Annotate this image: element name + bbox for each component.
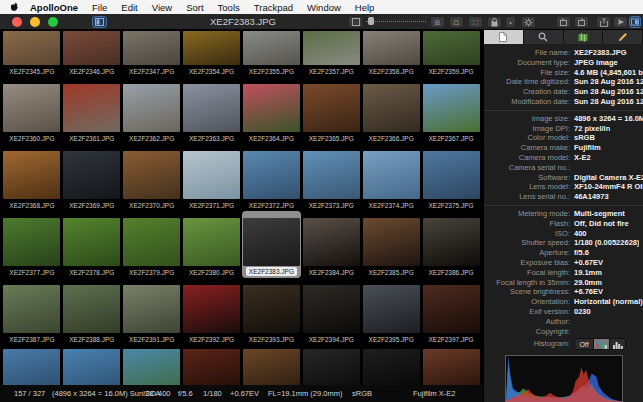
thumbnail-image[interactable] xyxy=(423,31,480,65)
zoom-fit-button[interactable]: ⊞ xyxy=(430,16,445,28)
thumbnail-image[interactable] xyxy=(183,349,240,385)
thumbnail-cell[interactable] xyxy=(122,345,182,385)
tab-magnify[interactable] xyxy=(524,30,564,44)
thumbnail-cell[interactable]: XE2F2362.JPG xyxy=(122,77,182,144)
thumbnail-cell[interactable]: XE2F2365.JPG xyxy=(301,77,361,144)
thumbnail-cell-selected[interactable]: XE2F2383.JPG xyxy=(242,211,302,278)
close-window-button[interactable] xyxy=(12,17,22,27)
thumbnail-image[interactable] xyxy=(123,218,180,266)
thumbnail-image[interactable] xyxy=(243,31,300,65)
zoom-actual-button[interactable]: ⊡ xyxy=(449,16,464,28)
thumbnail-image[interactable] xyxy=(3,285,60,333)
tab-file-info[interactable] xyxy=(484,30,524,44)
thumbnail-image[interactable] xyxy=(3,84,60,132)
thumbnail-image[interactable] xyxy=(243,349,300,385)
thumbnail-image[interactable] xyxy=(123,285,180,333)
thumbnail-image[interactable] xyxy=(243,151,300,199)
thumbnail-cell[interactable] xyxy=(361,345,421,385)
fullscreen-button[interactable]: ⛶ xyxy=(468,16,483,28)
thumbnail-image[interactable] xyxy=(423,151,480,199)
thumbnail-cell[interactable]: XE2F2359.JPG xyxy=(421,30,481,77)
thumbnail-image[interactable] xyxy=(363,218,420,266)
thumbnail-image[interactable] xyxy=(3,151,60,199)
thumbnail-image[interactable] xyxy=(3,31,60,65)
thumbnail-image[interactable] xyxy=(63,84,120,132)
thumbnail-image[interactable] xyxy=(303,31,360,65)
thumbnail-size-button[interactable] xyxy=(348,16,363,28)
slideshow-button[interactable] xyxy=(613,16,628,28)
thumbnail-cell[interactable]: XE2F2355.JPG xyxy=(242,30,302,77)
thumbnail-image[interactable] xyxy=(123,31,180,65)
zoom-window-button[interactable] xyxy=(48,17,58,27)
thumbnail-cell[interactable]: XE2F2370.JPG xyxy=(122,144,182,211)
menu-item-window[interactable]: Window xyxy=(300,2,348,13)
thumbnail-cell[interactable]: XE2F2386.JPG xyxy=(421,211,481,278)
thumbnail-cell[interactable]: XE2F2364.JPG xyxy=(242,77,302,144)
menu-item-help[interactable]: Help xyxy=(348,2,382,13)
thumbnail-image[interactable] xyxy=(363,84,420,132)
thumbnail-image[interactable] xyxy=(363,31,420,65)
thumbnail-cell[interactable]: XE2F2361.JPG xyxy=(62,77,122,144)
zoom-slider-knob[interactable] xyxy=(368,17,374,25)
thumbnail-image[interactable] xyxy=(183,84,240,132)
thumbnail-cell[interactable]: XE2F2345.JPG xyxy=(2,30,62,77)
thumbnail-image[interactable] xyxy=(123,151,180,199)
histogram-luminance-segment[interactable] xyxy=(610,338,626,350)
zoom-slider[interactable] xyxy=(366,21,426,24)
thumbnail-cell[interactable]: XE2F2358.JPG xyxy=(361,30,421,77)
thumbnail-cell[interactable]: XE2F2354.JPG xyxy=(182,30,242,77)
thumbnail-image[interactable] xyxy=(63,151,120,199)
menu-item-tools[interactable]: Tools xyxy=(211,2,247,13)
thumbnail-cell[interactable]: XE2F2395.JPG xyxy=(361,278,421,345)
thumbnail-cell[interactable]: XE2F2384.JPG xyxy=(301,211,361,278)
thumbnail-cell[interactable] xyxy=(242,345,302,385)
thumbnail-image[interactable] xyxy=(183,31,240,65)
thumbnail-cell[interactable]: XE2F2391.JPG xyxy=(122,278,182,345)
thumbnail-cell[interactable]: XE2F2373.JPG xyxy=(301,144,361,211)
thumbnail-image[interactable] xyxy=(423,349,480,385)
thumbnail-cell[interactable]: XE2F2387.JPG xyxy=(2,278,62,345)
thumbnail-cell[interactable]: XE2F2374.JPG xyxy=(361,144,421,211)
toggle-info-panel-button[interactable] xyxy=(629,16,641,28)
thumbnail-cell[interactable]: XE2F2347.JPG xyxy=(122,30,182,77)
thumbnail-cell[interactable]: XE2F2371.JPG xyxy=(182,144,242,211)
thumbnail-image[interactable] xyxy=(423,285,480,333)
thumbnail-image[interactable] xyxy=(243,218,300,266)
rotate-left-button[interactable] xyxy=(556,16,571,28)
thumbnail-cell[interactable]: XE2F2372.JPG xyxy=(242,144,302,211)
rotate-right-button[interactable] xyxy=(574,16,589,28)
thumbnail-image[interactable] xyxy=(183,218,240,266)
thumbnail-cell[interactable]: XE2F2360.JPG xyxy=(2,77,62,144)
thumbnail-image[interactable] xyxy=(363,151,420,199)
thumbnail-image[interactable] xyxy=(243,285,300,333)
thumbnail-image[interactable] xyxy=(63,349,120,385)
thumbnail-image[interactable] xyxy=(423,218,480,266)
share-button[interactable] xyxy=(596,16,611,28)
thumbnail-image[interactable] xyxy=(183,151,240,199)
thumbnail-image[interactable] xyxy=(3,218,60,266)
thumbnail-image[interactable] xyxy=(363,285,420,333)
settings-button[interactable] xyxy=(521,16,536,28)
menu-item-file[interactable]: File xyxy=(85,2,114,13)
flag-button[interactable]: • xyxy=(505,16,516,28)
thumbnail-image[interactable] xyxy=(123,349,180,385)
thumbnail-cell[interactable]: XE2F2375.JPG xyxy=(421,144,481,211)
thumbnail-cell[interactable]: XE2F2357.JPG xyxy=(301,30,361,77)
apple-menu-icon[interactable] xyxy=(10,2,19,12)
thumbnail-cell[interactable] xyxy=(421,345,481,385)
thumbnail-image[interactable] xyxy=(303,151,360,199)
thumbnail-cell[interactable] xyxy=(301,345,361,385)
thumbnail-cell[interactable] xyxy=(2,345,62,385)
thumbnail-image[interactable] xyxy=(183,285,240,333)
minimize-window-button[interactable] xyxy=(30,17,40,27)
thumbnail-cell[interactable]: XE2F2397.JPG xyxy=(421,278,481,345)
thumbnail-image[interactable] xyxy=(303,285,360,333)
thumbnail-cell[interactable]: XE2F2380.JPG xyxy=(182,211,242,278)
thumbnail-image[interactable] xyxy=(303,349,360,385)
menu-app-name[interactable]: ApolloOne xyxy=(23,2,85,13)
thumbnail-cell[interactable]: XE2F2392.JPG xyxy=(182,278,242,345)
thumbnail-cell[interactable]: XE2F2368.JPG xyxy=(2,144,62,211)
thumbnail-cell[interactable]: XE2F2346.JPG xyxy=(62,30,122,77)
menu-item-edit[interactable]: Edit xyxy=(114,2,144,13)
tab-edit[interactable] xyxy=(603,30,643,44)
